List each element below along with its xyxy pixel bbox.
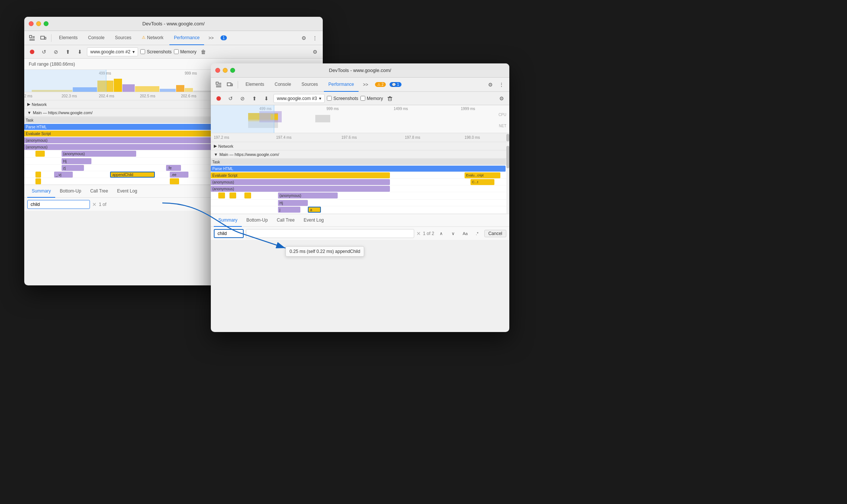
parse-html-block-2[interactable]: Parse HTML bbox=[211, 166, 506, 172]
ee-block-1[interactable]: .ee bbox=[170, 172, 188, 178]
yellow1-1[interactable] bbox=[35, 151, 45, 157]
ruler2-mark-1: 197.2 ms bbox=[214, 135, 229, 140]
summary-tab-2[interactable]: Summary bbox=[214, 214, 242, 227]
hj-block-1[interactable]: Hj bbox=[62, 158, 91, 164]
ruler-mark-4: 202.6 ms bbox=[181, 94, 196, 98]
timeline-selection-1 bbox=[24, 70, 106, 92]
mark-1999-2: 1999 ms bbox=[461, 107, 475, 111]
appendchild-block-2[interactable]: a bbox=[308, 207, 321, 213]
settings-icon-2[interactable]: ⚙ bbox=[485, 80, 495, 90]
regex-btn[interactable]: .* bbox=[472, 229, 482, 238]
record-btn-2[interactable] bbox=[214, 94, 224, 103]
search-clear-icon-1[interactable]: ✕ bbox=[92, 201, 97, 207]
anon1-block-2[interactable]: (anonymous) bbox=[211, 179, 390, 185]
responsive-icon-2[interactable] bbox=[225, 80, 235, 90]
screenshots-checkbox-2[interactable]: Screenshots bbox=[327, 96, 358, 101]
anon2-block-2[interactable]: (anonymous) bbox=[211, 186, 390, 192]
url-selector-2[interactable]: www.google.com #3 ▾ bbox=[274, 94, 325, 103]
bottomup-tab-2[interactable]: Bottom-Up bbox=[242, 214, 272, 227]
calltree-tab-2[interactable]: Call Tree bbox=[272, 214, 299, 227]
more-icon-2[interactable]: ⋮ bbox=[497, 80, 506, 90]
settings2-icon-1[interactable]: ⚙ bbox=[310, 47, 320, 57]
zj-block-2[interactable]: j bbox=[278, 207, 300, 213]
search-clear-icon-2[interactable]: ✕ bbox=[416, 231, 421, 237]
responsive-icon[interactable] bbox=[38, 33, 48, 43]
match-case-btn[interactable]: Aa bbox=[460, 229, 470, 238]
tab-console-1[interactable]: Console bbox=[84, 31, 109, 45]
cancel-btn-2[interactable]: Cancel bbox=[484, 230, 506, 237]
search-input-1[interactable] bbox=[27, 200, 90, 209]
tab-sources-2[interactable]: Sources bbox=[297, 78, 322, 92]
upload-btn-2[interactable]: ⬆ bbox=[250, 94, 259, 103]
more-icon-1[interactable]: ⋮ bbox=[310, 33, 320, 43]
ct-block-2[interactable]: C...t bbox=[471, 179, 494, 185]
yellow2-2[interactable] bbox=[229, 192, 236, 198]
ruler2-mark-4: 197.8 ms bbox=[405, 135, 420, 140]
vj-block-1[interactable]: _.vj bbox=[54, 172, 73, 178]
yellow4-1[interactable] bbox=[170, 178, 179, 184]
record-btn-1[interactable] bbox=[27, 47, 37, 57]
calltree-tab-1[interactable]: Call Tree bbox=[86, 185, 113, 198]
clear-btn-1[interactable]: ⊘ bbox=[51, 47, 61, 57]
zj-block-1[interactable]: zj bbox=[62, 165, 84, 171]
yellow2-3[interactable] bbox=[244, 192, 251, 198]
inspect-icon[interactable] bbox=[27, 33, 37, 43]
task-row-2: Task bbox=[211, 159, 509, 165]
search-next-btn[interactable]: ∨ bbox=[448, 229, 458, 238]
tab-sources-1[interactable]: Sources bbox=[110, 31, 136, 45]
close-button-2[interactable] bbox=[215, 68, 220, 73]
settings2-icon-2[interactable]: ⚙ bbox=[497, 94, 506, 103]
tab-elements-1[interactable]: Elements bbox=[54, 31, 82, 45]
download-btn-2[interactable]: ⬇ bbox=[262, 94, 271, 103]
reload-btn-1[interactable]: ↺ bbox=[39, 47, 49, 57]
bottomup-tab-1[interactable]: Bottom-Up bbox=[55, 185, 85, 198]
traffic-lights-1 bbox=[29, 21, 49, 26]
tab-performance-2[interactable]: Performance bbox=[324, 78, 359, 92]
task-block-2[interactable]: Task bbox=[211, 159, 506, 165]
eventlog-tab-2[interactable]: Event Log bbox=[299, 214, 328, 227]
eval-script-block-2b[interactable]: Evalu...cript bbox=[465, 172, 500, 178]
memory-checkbox-2[interactable]: Memory bbox=[360, 96, 383, 101]
tab-elements-2[interactable]: Elements bbox=[241, 78, 269, 92]
ruler-mark-1: 202.3 ms bbox=[62, 94, 77, 98]
download-btn-1[interactable]: ⬇ bbox=[75, 47, 85, 57]
search-prev-btn[interactable]: ∧ bbox=[437, 229, 446, 238]
scrollbar-thumb-2[interactable] bbox=[506, 134, 509, 141]
close-button-1[interactable] bbox=[29, 21, 34, 26]
clear-btn-2[interactable]: ⊘ bbox=[238, 94, 247, 103]
yellow2-1[interactable] bbox=[35, 172, 41, 178]
tab-network-1[interactable]: ⚠ Network bbox=[137, 31, 168, 45]
url-selector-1[interactable]: www.google.com #2 ▾ bbox=[87, 47, 138, 56]
reload-btn-2[interactable]: ↺ bbox=[226, 94, 235, 103]
fe-block-1[interactable]: .fe bbox=[166, 165, 181, 171]
minimize-button-1[interactable] bbox=[36, 21, 41, 26]
settings-icon-1[interactable]: ⚙ bbox=[299, 33, 309, 43]
search-input-2[interactable] bbox=[214, 229, 244, 238]
yellow2-1[interactable] bbox=[218, 192, 225, 198]
trash-btn-2[interactable] bbox=[385, 94, 395, 103]
anon3-block-1[interactable]: (anonymous) bbox=[62, 151, 136, 157]
minimize-button-2[interactable] bbox=[223, 68, 228, 73]
anon3-block-2[interactable]: (anonymous) bbox=[278, 192, 338, 198]
ruler-2: 197.2 ms 197.4 ms 197.6 ms 197.8 ms 198.… bbox=[211, 133, 509, 142]
eval-script-block-2[interactable]: Evaluate Script bbox=[211, 172, 390, 178]
tab-console-2[interactable]: Console bbox=[270, 78, 296, 92]
search-field-2[interactable] bbox=[246, 229, 414, 238]
maximize-button-2[interactable] bbox=[230, 68, 235, 73]
trash-btn-1[interactable]: 🗑 bbox=[199, 47, 208, 57]
badge-warn-2: ⚠ 2 bbox=[375, 82, 386, 87]
screenshots-checkbox-1[interactable]: Screenshots bbox=[140, 49, 172, 54]
summary-tab-1[interactable]: Summary bbox=[27, 185, 55, 198]
scrollbar-track-2 bbox=[506, 133, 509, 142]
yellow3-1[interactable] bbox=[35, 178, 41, 184]
tab-overflow-2[interactable]: >> bbox=[360, 82, 371, 87]
appendchild-block-1[interactable]: appendChild bbox=[110, 172, 155, 178]
inspect-icon-2[interactable] bbox=[214, 80, 224, 90]
eventlog-tab-1[interactable]: Event Log bbox=[113, 185, 142, 198]
tab-performance-1[interactable]: Performance bbox=[169, 31, 204, 45]
maximize-button-1[interactable] bbox=[44, 21, 49, 26]
memory-checkbox-1[interactable]: Memory bbox=[174, 49, 196, 54]
tab-overflow-1[interactable]: >> bbox=[206, 35, 217, 41]
upload-btn-1[interactable]: ⬆ bbox=[63, 47, 73, 57]
hj-block-2[interactable]: Hj bbox=[278, 200, 308, 206]
